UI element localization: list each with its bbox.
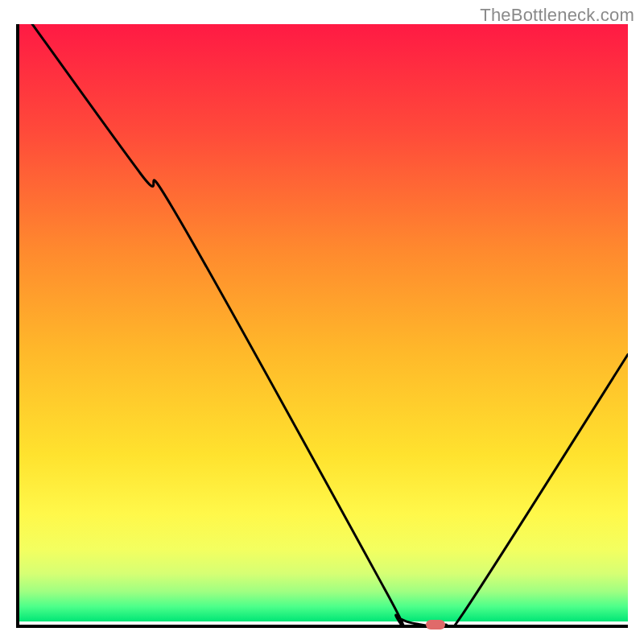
watermark-text: TheBottleneck.com (480, 5, 634, 26)
chart-area (16, 24, 628, 628)
chart-svg (19, 24, 628, 625)
marker-pill (426, 620, 445, 630)
gradient-background (19, 24, 628, 621)
